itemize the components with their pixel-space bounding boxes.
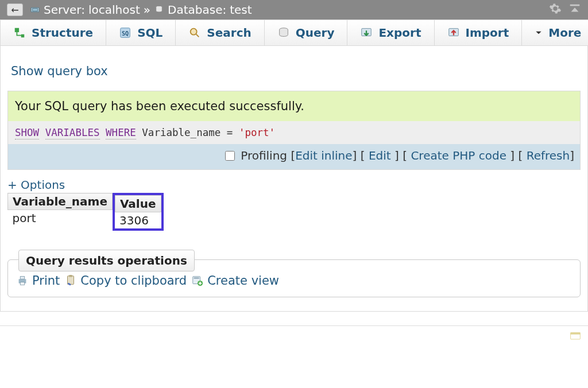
success-message: Your SQL query has been executed success… <box>8 91 580 121</box>
create-view-link[interactable]: Create view <box>191 274 279 288</box>
svg-rect-16 <box>69 275 73 277</box>
profiling-checkbox[interactable] <box>225 151 235 161</box>
search-icon <box>188 26 201 39</box>
tab-label: More <box>548 26 581 40</box>
svg-text:SQ: SQ <box>122 30 129 37</box>
tab-export[interactable]: Export <box>347 20 434 46</box>
svg-point-8 <box>191 29 197 35</box>
structure-icon <box>13 26 26 39</box>
svg-rect-13 <box>20 277 24 280</box>
breadcrumb-database-value: test <box>230 3 252 17</box>
cell-variable-name: port <box>8 210 113 227</box>
gear-icon[interactable] <box>549 2 562 18</box>
breadcrumb-separator: » <box>144 3 150 17</box>
main-panel: Show query box Your SQL query has been e… <box>0 46 588 312</box>
console-icon <box>570 331 581 342</box>
tab-label: Export <box>378 26 421 40</box>
query-results-operations: Query results operations Print Copy to c… <box>7 259 581 297</box>
svg-rect-21 <box>571 332 581 334</box>
sql-keyword: VARIABLES <box>45 127 100 139</box>
col-variable-name[interactable]: Variable_name <box>8 193 113 210</box>
breadcrumb-server-value: localhost <box>88 3 140 17</box>
cell-value: 3306 <box>115 212 161 228</box>
divider <box>0 325 588 326</box>
printer-icon <box>16 274 29 287</box>
collapse-top-icon[interactable] <box>568 2 581 18</box>
import-icon <box>447 26 460 39</box>
tab-label: Structure <box>32 26 93 40</box>
print-link[interactable]: Print <box>16 274 60 288</box>
query-tools-bar: Profiling [Edit inline] [ Edit ] [ Creat… <box>8 144 580 169</box>
arrow-left-icon: ← <box>11 5 18 15</box>
tab-bar: Structure SQ SQL Search Query Export Imp… <box>0 20 588 46</box>
operations-legend: Query results operations <box>18 250 195 271</box>
sql-eq: = <box>227 127 239 138</box>
tab-label: Search <box>207 26 251 40</box>
col-value[interactable]: Value <box>115 195 161 212</box>
table-row: port <box>8 210 113 227</box>
breadcrumb-server-label: Server: <box>44 3 85 17</box>
svg-rect-1 <box>33 9 38 11</box>
svg-rect-3 <box>570 4 580 6</box>
table-header-row: Variable_name <box>8 193 113 210</box>
value-highlight: Value 3306 <box>113 193 164 231</box>
sql-keyword: SHOW <box>15 127 39 139</box>
sql-string: 'port' <box>239 127 275 138</box>
breadcrumb[interactable]: Server: localhost » Database: test <box>30 3 252 17</box>
refresh-link[interactable]: Refresh <box>527 149 570 162</box>
export-icon <box>360 26 373 39</box>
create-view-label: Create view <box>207 274 279 288</box>
tab-structure[interactable]: Structure <box>0 20 106 46</box>
back-button[interactable]: ← <box>7 3 23 16</box>
console-toggle[interactable] <box>0 331 588 350</box>
svg-rect-18 <box>194 278 199 279</box>
sql-query-display: SHOW VARIABLES WHERE Variable_name = 'po… <box>8 121 580 144</box>
tab-import[interactable]: Import <box>435 20 523 46</box>
edit-inline-link[interactable]: Edit inline <box>295 149 352 162</box>
database-icon <box>154 5 164 15</box>
tab-more[interactable]: More <box>522 20 588 46</box>
query-icon <box>277 26 290 39</box>
svg-rect-4 <box>15 28 19 32</box>
create-php-link[interactable]: Create PHP code <box>411 149 506 162</box>
sql-result-panel: Your SQL query has been executed success… <box>7 91 581 170</box>
copy-clipboard-link[interactable]: Copy to clipboard <box>64 274 187 288</box>
results-table: Variable_name port <box>7 193 113 226</box>
svg-rect-5 <box>21 34 25 38</box>
tab-label: SQL <box>137 26 163 40</box>
sql-keyword: WHERE <box>106 127 136 139</box>
sql-column: Variable_name <box>142 127 227 138</box>
edit-link[interactable]: Edit <box>369 149 391 162</box>
show-query-box-link[interactable]: Show query box <box>11 64 108 78</box>
clipboard-icon <box>64 274 77 287</box>
tab-label: Query <box>296 26 335 40</box>
breadcrumb-database-label: Database: <box>168 3 226 17</box>
chevron-down-icon <box>535 29 543 37</box>
tab-sql[interactable]: SQ SQL <box>106 20 176 46</box>
print-label: Print <box>32 274 60 288</box>
profiling-label: Profiling <box>241 149 287 162</box>
create-view-icon <box>191 274 204 287</box>
tab-search[interactable]: Search <box>176 20 264 46</box>
tab-label: Import <box>466 26 509 40</box>
svg-rect-14 <box>20 282 24 285</box>
options-link[interactable]: + Options <box>7 178 65 192</box>
sql-icon: SQ <box>119 26 131 39</box>
breadcrumb-bar: ← Server: localhost » Database: test <box>0 0 588 20</box>
server-icon <box>30 5 40 15</box>
copy-label: Copy to clipboard <box>80 274 187 288</box>
tab-query[interactable]: Query <box>265 20 348 46</box>
